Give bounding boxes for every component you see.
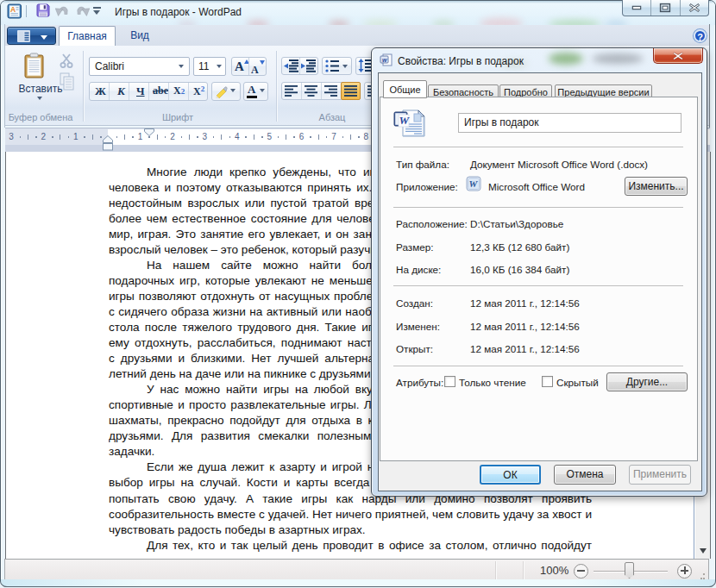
svg-text:W: W xyxy=(399,114,411,127)
svg-text:W: W xyxy=(469,178,479,189)
svg-text:A: A xyxy=(10,5,16,14)
svg-text:w: w xyxy=(382,57,387,63)
